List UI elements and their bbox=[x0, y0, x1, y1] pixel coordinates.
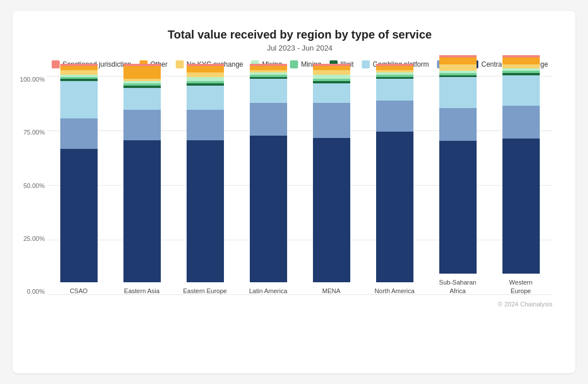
bar bbox=[313, 64, 350, 282]
bar-segment-centralized bbox=[60, 149, 98, 282]
bar-segment-centralized bbox=[439, 141, 477, 274]
bar-segment-defi bbox=[439, 108, 477, 141]
bar-segment-gambling bbox=[250, 79, 287, 103]
bar-label: WesternEurope bbox=[509, 278, 533, 295]
chart-area: 0.00%25.00%50.00%75.00%100.00% CSAOEaste… bbox=[47, 76, 552, 295]
bar-segment-gambling bbox=[376, 79, 413, 101]
bar-group: CSAO bbox=[56, 64, 102, 295]
bar-segment-centralized bbox=[187, 140, 224, 282]
bar bbox=[187, 64, 224, 282]
bar-segment-defi bbox=[187, 110, 224, 140]
bar bbox=[502, 55, 540, 274]
bar-group: Eastern Asia bbox=[119, 64, 165, 295]
bar-segment-gambling bbox=[187, 86, 224, 110]
bar bbox=[123, 64, 161, 282]
bars-wrapper: CSAOEastern AsiaEastern EuropeLatin Amer… bbox=[47, 76, 552, 295]
bar-segment-centralized bbox=[313, 138, 350, 282]
bar-segment-other bbox=[313, 66, 350, 71]
chart-subtitle: Jul 2023 - Jun 2024 bbox=[47, 44, 552, 52]
bar-segment-gambling bbox=[123, 88, 161, 110]
bar-group: MENA bbox=[308, 64, 354, 295]
bar-segment-centralized bbox=[123, 140, 161, 282]
bar-segment-other bbox=[123, 66, 161, 79]
y-axis-label: 75.00% bbox=[18, 129, 45, 136]
bar-segment-nokyc bbox=[187, 72, 224, 77]
bar-group: WesternEurope bbox=[498, 55, 544, 295]
y-axis: 0.00%25.00%50.00%75.00%100.00% bbox=[18, 76, 45, 295]
bar bbox=[439, 55, 477, 274]
bar-segment-centralized bbox=[250, 136, 287, 282]
bar-label: Latin America bbox=[249, 287, 288, 295]
y-axis-label: 50.00% bbox=[18, 183, 45, 189]
bar-segment-defi bbox=[123, 110, 161, 140]
bar-segment-other bbox=[187, 66, 224, 72]
bar-segment-nokyc bbox=[502, 64, 540, 69]
bar-segment-other bbox=[376, 66, 413, 71]
bar-group: Sub-SaharanAfrica bbox=[435, 55, 481, 295]
bar-segment-centralized bbox=[502, 139, 540, 274]
bar-segment-defi bbox=[60, 118, 98, 149]
copyright: © 2024 Chainalysis bbox=[47, 301, 552, 308]
chart-title: Total value received by region by type o… bbox=[47, 28, 552, 41]
bar-segment-gambling bbox=[502, 75, 540, 106]
bar-segment-defi bbox=[250, 103, 287, 136]
bar-label: Sub-SaharanAfrica bbox=[439, 278, 477, 295]
bar-segment-other bbox=[60, 66, 98, 71]
legend-swatch bbox=[362, 60, 370, 68]
bar-segment-nokyc bbox=[313, 70, 350, 75]
bar-segment-mixing bbox=[187, 77, 224, 82]
y-axis-label: 0.00% bbox=[18, 289, 45, 295]
bar-label: MENA bbox=[322, 287, 341, 295]
bar-label: North America bbox=[374, 287, 415, 295]
bar-segment-defi bbox=[376, 101, 413, 131]
y-axis-label: 100.00% bbox=[18, 76, 45, 83]
bar-segment-nokyc bbox=[439, 64, 477, 71]
chart-container: Total value received by region by type o… bbox=[13, 11, 575, 373]
bar-segment-gambling bbox=[60, 81, 98, 118]
bar-segment-gambling bbox=[313, 83, 350, 103]
bar-group: Eastern Europe bbox=[182, 64, 228, 295]
bar bbox=[60, 64, 98, 282]
bar-segment-other bbox=[502, 57, 540, 64]
bar-segment-centralized bbox=[376, 132, 413, 282]
bar-segment-mixing bbox=[313, 75, 350, 79]
legend-swatch bbox=[290, 60, 298, 68]
bar-label: Eastern Asia bbox=[124, 287, 160, 295]
bar bbox=[376, 64, 413, 282]
bar-segment-defi bbox=[313, 103, 350, 138]
bar-segment-nokyc bbox=[60, 70, 98, 75]
bar-segment-gambling bbox=[439, 77, 477, 107]
bar-label: Eastern Europe bbox=[183, 287, 227, 295]
bar-group: Latin America bbox=[245, 64, 291, 295]
bar-group: North America bbox=[372, 64, 417, 295]
bar-segment-other bbox=[439, 57, 477, 64]
y-axis-label: 25.00% bbox=[18, 236, 45, 242]
bar-segment-other bbox=[250, 66, 287, 71]
bar bbox=[250, 64, 287, 282]
bar-label: CSAO bbox=[69, 287, 87, 295]
bar-segment-defi bbox=[502, 106, 540, 139]
